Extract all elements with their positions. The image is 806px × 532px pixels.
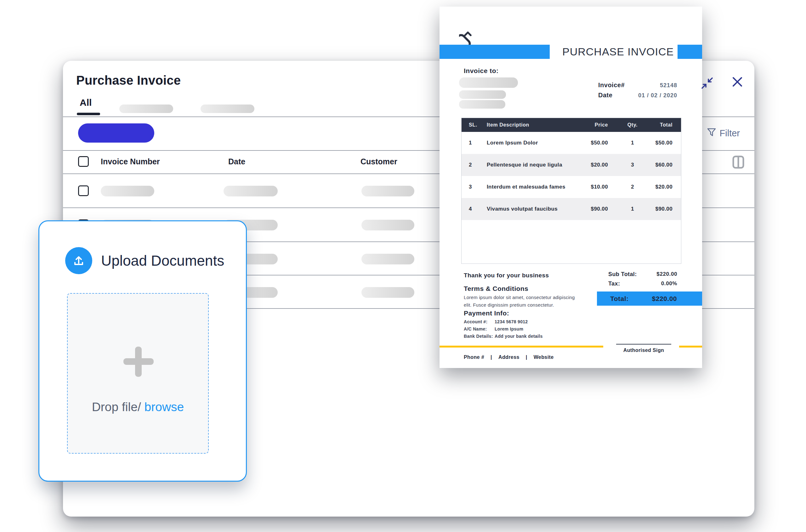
- cell-sl: 4: [469, 198, 472, 220]
- header-accent-bar-right: [677, 45, 702, 59]
- cell-placeholder: [361, 186, 414, 196]
- cell-total: $90.00: [656, 198, 673, 220]
- collapse-window-button[interactable]: [701, 77, 713, 89]
- header-description: Item Description: [487, 118, 529, 132]
- cell-price: $20.00: [591, 154, 608, 176]
- terms-title: Terms & Conditions: [464, 285, 528, 292]
- header-qty: Qty.: [623, 118, 642, 132]
- cell-sl: 1: [469, 132, 472, 154]
- header-price: Price: [595, 118, 608, 132]
- payment-row: Account #:1234 5678 9012: [464, 318, 543, 325]
- cell-qty: 3: [623, 154, 642, 176]
- phone-label: Phone #: [464, 355, 484, 360]
- invoice-line-item: 3 Interdum et malesuada fames $10.00 2 $…: [462, 176, 681, 198]
- invoice-number-value: 52148: [660, 82, 677, 89]
- page-title: Purchase Invoice: [76, 73, 181, 88]
- invoice-line-item: 2 Pellentesque id neque ligula $20.00 3 …: [462, 154, 681, 176]
- cell-qty: 1: [623, 198, 642, 220]
- header-total: Total: [660, 118, 673, 132]
- invoice-document-preview: PURCHASE INVOICE Invoice to: Invoice# 52…: [439, 6, 702, 368]
- total-value: $220.00: [652, 291, 677, 306]
- cell-placeholder: [224, 186, 278, 196]
- primary-action-button[interactable]: [78, 124, 154, 142]
- recipient-placeholder: [459, 100, 505, 109]
- terms-body: Lorem ipsum dolor sit amet, consectetur …: [464, 294, 575, 309]
- footer-accent-line-left: [439, 346, 603, 347]
- tab-placeholder-1[interactable]: [119, 104, 173, 113]
- cell-description: Vivamus volutpat faucibus: [487, 198, 558, 220]
- upload-card-title: Upload Documents: [101, 252, 224, 269]
- tab-placeholder-2[interactable]: [201, 104, 255, 113]
- address-label: Address: [499, 355, 520, 360]
- header-sl: SL.: [469, 118, 477, 132]
- cell-sl: 2: [469, 154, 472, 176]
- cell-price: $10.00: [591, 176, 608, 198]
- invoice-table-header: SL. Item Description Price Qty. Total: [462, 118, 681, 132]
- browse-link[interactable]: browse: [145, 400, 184, 414]
- cell-placeholder: [361, 287, 414, 298]
- thank-you-note: Thank you for your business: [464, 272, 549, 279]
- column-view-toggle-button[interactable]: [732, 155, 744, 169]
- invoice-line-item: 1 Lorem Ipsum Dolor $50.00 1 $50.00: [462, 132, 681, 154]
- cell-sl: 3: [469, 176, 472, 198]
- payment-row: A/C Name:Lorem Ipsum: [464, 325, 543, 333]
- filter-funnel-icon: [707, 128, 716, 139]
- recipient-placeholder: [459, 90, 506, 99]
- close-icon: [732, 76, 743, 88]
- row-checkbox[interactable]: [78, 185, 89, 196]
- cell-price: $50.00: [591, 132, 608, 154]
- upload-documents-card: Upload Documents Drop file/ browse: [38, 220, 247, 482]
- authorised-sign-label: Authorised Sign: [616, 347, 671, 353]
- invoice-date-label: Date: [598, 92, 612, 99]
- payment-info-title: Payment Info:: [464, 309, 509, 317]
- invoice-number-label: Invoice#: [598, 81, 625, 89]
- signature-line: [616, 344, 671, 345]
- invoice-line-items-table: SL. Item Description Price Qty. Total 1 …: [461, 118, 681, 264]
- invoice-title: PURCHASE INVOICE: [562, 45, 674, 59]
- file-dropzone[interactable]: Drop file/ browse: [67, 293, 209, 454]
- payment-row: Bank Details:Add your bank details: [464, 333, 543, 340]
- website-label: Website: [534, 355, 554, 360]
- cell-qty: 1: [623, 132, 642, 154]
- tax-value: 0.00%: [661, 281, 677, 287]
- cell-description: Interdum et malesuada fames: [487, 176, 565, 198]
- active-tab-underline: [77, 113, 100, 115]
- cell-placeholder: [101, 186, 154, 196]
- recipient-placeholder: [459, 77, 518, 88]
- contact-row: Phone # | Address | Website: [464, 355, 554, 360]
- collapse-icon: [701, 77, 713, 89]
- column-header-invoice-number: Invoice Number: [101, 156, 160, 167]
- cell-description: Pellentesque id neque ligula: [487, 154, 562, 176]
- payment-info-list: Account #:1234 5678 9012 A/C Name:Lorem …: [464, 318, 543, 340]
- filter-button[interactable]: Filter: [707, 126, 740, 141]
- grand-total-bar: Total: $220.00: [597, 291, 702, 306]
- invoice-date-value: 01 / 02 / 2020: [638, 92, 677, 99]
- sub-total-label: Sub Total:: [608, 271, 637, 278]
- separator: |: [490, 355, 492, 360]
- select-all-checkbox[interactable]: [78, 156, 89, 167]
- invoice-line-item: 4 Vivamus volutpat faucibus $90.00 1 $90…: [462, 198, 681, 220]
- columns-icon: [732, 155, 744, 169]
- cell-total: $50.00: [656, 132, 673, 154]
- total-label: Total:: [610, 291, 629, 306]
- header-accent-bar-left: [439, 45, 550, 59]
- canvas: Purchase Invoice All Filter Invoice Numb…: [0, 0, 806, 532]
- tab-all[interactable]: All: [80, 97, 92, 108]
- cell-total: $60.00: [656, 154, 673, 176]
- invoice-to-label: Invoice to:: [464, 67, 499, 75]
- close-window-button[interactable]: [732, 76, 743, 88]
- plus-icon: [135, 347, 142, 377]
- cell-description: Lorem Ipsum Dolor: [487, 132, 538, 154]
- company-logo-icon: [459, 20, 478, 48]
- column-header-date: Date: [228, 156, 245, 167]
- drop-file-text: Drop file/ browse: [68, 400, 208, 414]
- cell-qty: 2: [623, 176, 642, 198]
- cell-placeholder: [361, 254, 414, 264]
- filter-label: Filter: [720, 128, 740, 138]
- column-header-customer: Customer: [360, 156, 397, 167]
- sub-total-value: $220.00: [656, 271, 677, 277]
- tax-label: Tax:: [608, 281, 620, 287]
- upload-icon: [65, 247, 92, 274]
- cell-price: $90.00: [591, 198, 608, 220]
- footer-accent-line-right: [679, 346, 702, 347]
